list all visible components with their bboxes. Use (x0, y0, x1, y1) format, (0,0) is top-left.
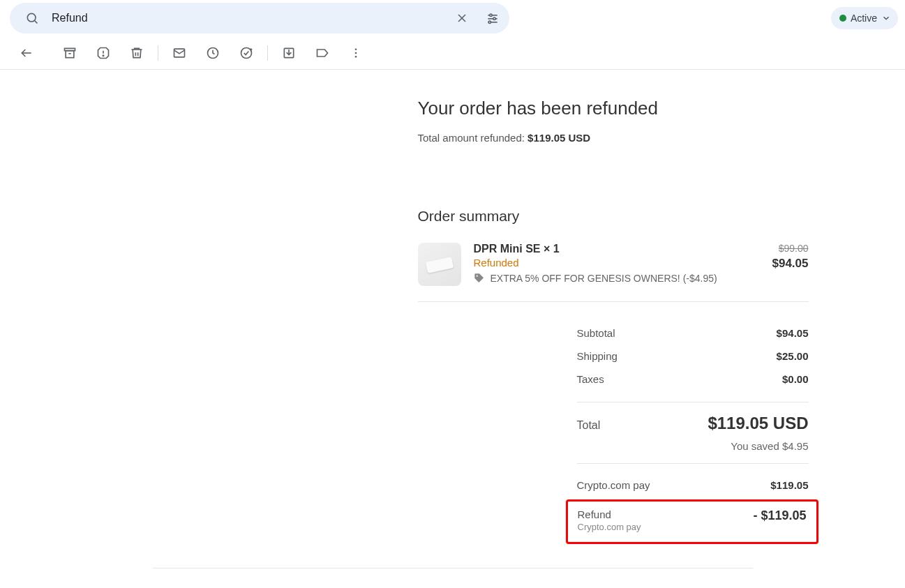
promo-text: EXTRA 5% OFF FOR GENESIS OWNERS! (-$4.95… (491, 273, 717, 284)
refund-highlight-box: Refund Crypto.com pay - $119.05 (566, 499, 818, 544)
item-status: Refunded (474, 257, 747, 269)
shipping-label: Shipping (577, 350, 618, 362)
separator (158, 45, 158, 61)
product-image (418, 243, 461, 286)
shipping-value: $25.00 (777, 350, 809, 362)
status-pill[interactable]: Active (831, 7, 898, 29)
refund-title: Your order has been refunded (418, 98, 809, 119)
summary-table: Subtotal $94.05 Shipping $25.00 Taxes $0… (577, 322, 809, 495)
search-options-icon[interactable] (481, 7, 504, 29)
top-bar: Active (0, 0, 905, 36)
report-spam-button[interactable] (89, 39, 117, 67)
original-price: $99.00 (760, 243, 809, 254)
search-icon[interactable] (21, 7, 43, 29)
back-button[interactable] (13, 39, 40, 67)
subtotal-value: $94.05 (777, 327, 809, 339)
item-price: $94.05 (760, 257, 809, 271)
refund-subtitle: Total amount refunded: $119.05 USD (418, 132, 809, 144)
footer-divider (153, 568, 753, 568)
add-to-tasks-button[interactable] (232, 39, 260, 67)
order-item-row: DPR Mini SE × 1 Refunded EXTRA 5% OFF FO… (418, 243, 809, 302)
action-toolbar (0, 36, 905, 70)
svg-point-16 (103, 55, 103, 56)
svg-point-9 (488, 21, 491, 23)
payment-method: Crypto.com pay (577, 479, 650, 491)
order-summary-heading: Order summary (418, 208, 809, 225)
total-value: $119.05 USD (708, 414, 808, 433)
payment-amount: $119.05 (770, 479, 808, 491)
more-button[interactable] (342, 39, 370, 67)
product-name: DPR Mini SE × 1 (474, 243, 747, 255)
svg-point-27 (355, 52, 357, 54)
archive-button[interactable] (56, 39, 84, 67)
refund-amount: - $119.05 (753, 508, 806, 523)
subtotal-label: Subtotal (577, 327, 615, 339)
chevron-down-icon (881, 13, 891, 23)
svg-point-5 (490, 14, 492, 16)
refund-label: Refund (578, 508, 641, 520)
svg-point-29 (476, 276, 477, 277)
separator (267, 45, 268, 61)
svg-point-0 (27, 13, 36, 22)
status-label: Active (851, 13, 877, 24)
mark-unread-button[interactable] (165, 39, 193, 67)
delete-button[interactable] (123, 39, 151, 67)
svg-point-28 (355, 55, 357, 57)
clear-search-icon[interactable] (451, 7, 473, 29)
snooze-button[interactable] (199, 39, 227, 67)
taxes-value: $0.00 (782, 373, 809, 385)
total-label: Total (577, 419, 601, 432)
email-content: Your order has been refunded Total amoun… (0, 70, 905, 588)
status-dot-icon (839, 15, 846, 22)
refund-method: Crypto.com pay (578, 522, 641, 532)
svg-point-26 (355, 48, 357, 50)
tag-icon (474, 273, 485, 284)
taxes-label: Taxes (577, 373, 604, 385)
svg-line-1 (35, 21, 38, 24)
labels-button[interactable] (308, 39, 336, 67)
you-saved: You saved $4.95 (577, 440, 809, 452)
svg-point-7 (493, 17, 495, 20)
search-box[interactable] (10, 3, 509, 33)
search-input[interactable] (52, 12, 442, 24)
move-to-button[interactable] (275, 39, 303, 67)
